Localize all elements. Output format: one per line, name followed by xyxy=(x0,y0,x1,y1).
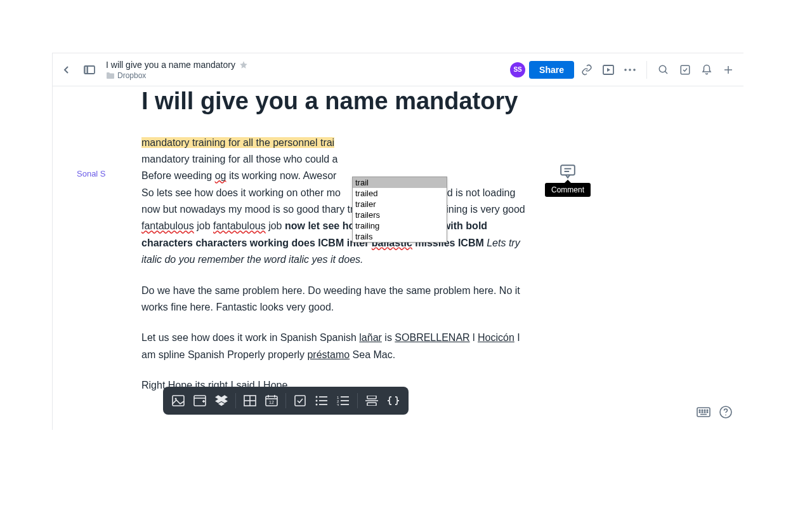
notifications-button[interactable] xyxy=(698,61,716,79)
svg-point-31 xyxy=(316,396,318,398)
svg-point-6 xyxy=(629,69,631,71)
insert-table-button[interactable] xyxy=(240,391,260,411)
check-square-icon xyxy=(679,64,691,76)
comment-tooltip: Comment xyxy=(545,183,591,197)
keyboard-icon[interactable] xyxy=(697,407,710,417)
paragraph-1[interactable]: mandatory training for all the personnel… xyxy=(141,135,535,269)
more-options-button[interactable] xyxy=(621,61,639,79)
svg-marker-4 xyxy=(607,68,610,72)
insert-divider-button[interactable] xyxy=(362,391,382,411)
svg-point-7 xyxy=(633,69,636,71)
play-screen-icon xyxy=(603,65,614,75)
svg-point-54 xyxy=(707,411,708,413)
tasks-button[interactable] xyxy=(676,61,694,79)
checkbox-icon xyxy=(294,395,306,406)
bell-icon xyxy=(701,64,712,76)
autocomplete-item[interactable]: trailer xyxy=(353,199,447,210)
copy-link-button[interactable] xyxy=(578,61,596,79)
svg-point-48 xyxy=(702,410,703,411)
document-canvas[interactable]: Sonal S I will give you a name mandatory… xyxy=(53,86,743,430)
share-button[interactable]: Share xyxy=(529,61,574,79)
dropbox-icon xyxy=(215,395,228,406)
autocomplete-item[interactable]: trailers xyxy=(353,210,447,220)
bullet-list-icon xyxy=(315,396,328,406)
sidebar-toggle-button[interactable] xyxy=(81,61,98,79)
insert-numbered-list-button[interactable]: 123 xyxy=(333,391,353,411)
autocomplete-item[interactable]: trailed xyxy=(353,188,447,199)
svg-point-8 xyxy=(659,65,666,72)
insert-dropbox-button[interactable] xyxy=(211,391,232,411)
svg-rect-30 xyxy=(295,396,305,406)
back-button[interactable] xyxy=(58,61,75,79)
svg-text:12: 12 xyxy=(269,400,274,404)
svg-rect-43 xyxy=(367,396,376,399)
svg-point-51 xyxy=(699,411,700,413)
panel-icon xyxy=(84,65,95,75)
insert-todo-button[interactable] xyxy=(290,391,310,411)
plus-icon xyxy=(723,64,734,76)
insert-toolbar: 12 123 xyxy=(163,387,409,415)
document-heading[interactable]: I will give you a name mandatory xyxy=(141,86,605,117)
comment-icon[interactable] xyxy=(560,164,576,179)
numbered-list-icon: 123 xyxy=(337,396,350,406)
svg-point-57 xyxy=(725,415,726,416)
document-title[interactable]: I will give you a name mandatory xyxy=(106,60,235,70)
svg-rect-10 xyxy=(681,65,690,74)
svg-point-52 xyxy=(702,411,703,413)
search-icon xyxy=(658,64,669,76)
svg-point-35 xyxy=(316,404,318,406)
divider-icon xyxy=(365,396,378,406)
autocomplete-item[interactable]: trailing xyxy=(353,220,447,231)
code-block-icon xyxy=(387,395,400,406)
insert-app-button[interactable] xyxy=(190,391,210,411)
table-icon xyxy=(244,395,256,406)
svg-point-47 xyxy=(699,410,700,411)
chevron-left-icon xyxy=(62,65,72,75)
image-icon xyxy=(172,395,185,406)
svg-line-9 xyxy=(665,71,667,74)
insert-timeline-button[interactable]: 12 xyxy=(261,391,282,411)
paragraph-3[interactable]: Let us see how does it work in Spanish S… xyxy=(141,330,535,363)
insert-image-button[interactable] xyxy=(168,391,188,411)
star-icon[interactable] xyxy=(239,60,248,69)
highlighted-text[interactable]: mandatory training for all the personnel… xyxy=(141,137,334,148)
present-button[interactable] xyxy=(599,61,617,79)
svg-rect-45 xyxy=(367,403,376,406)
insert-code-button[interactable] xyxy=(383,391,403,411)
calendar-icon: 12 xyxy=(265,395,278,406)
svg-rect-16 xyxy=(173,396,184,406)
svg-point-33 xyxy=(316,400,318,402)
autocomplete-item[interactable]: trail xyxy=(353,177,447,188)
svg-point-49 xyxy=(704,410,705,411)
create-button[interactable] xyxy=(719,61,737,79)
svg-point-50 xyxy=(707,410,708,411)
paragraph-2[interactable]: Do we have the same problem here. Do wee… xyxy=(141,283,535,316)
insert-bullet-list-button[interactable] xyxy=(311,391,332,411)
dots-horizontal-icon xyxy=(624,69,636,71)
autocomplete-popup: trail trailed trailer trailers trailing … xyxy=(352,177,447,243)
svg-text:3: 3 xyxy=(337,403,339,406)
svg-rect-2 xyxy=(84,66,88,74)
document-location[interactable]: Dropbox xyxy=(117,71,146,80)
folder-icon xyxy=(106,72,115,79)
window-plus-icon xyxy=(193,395,206,406)
author-label: Sonal S xyxy=(77,169,106,178)
user-avatar[interactable]: SS xyxy=(510,62,525,77)
svg-point-5 xyxy=(624,69,627,71)
svg-point-53 xyxy=(704,411,705,413)
autocomplete-item[interactable]: trails xyxy=(353,231,447,242)
search-button[interactable] xyxy=(655,61,672,79)
link-icon xyxy=(581,64,593,76)
svg-rect-13 xyxy=(561,165,575,175)
help-icon[interactable] xyxy=(719,406,732,418)
